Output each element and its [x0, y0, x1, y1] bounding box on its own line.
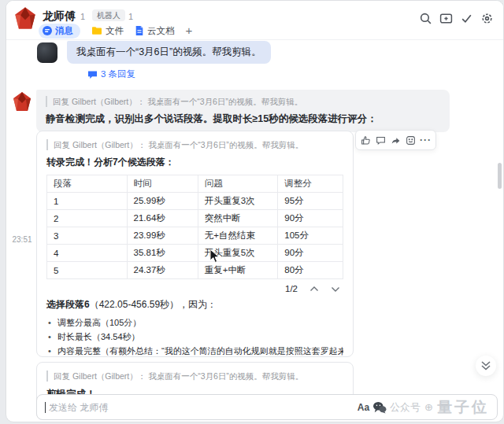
- reason-list: 调整分最高（105分） 时长最长（34.54秒） 内容最完整（有额外总结：“我的…: [46, 316, 343, 357]
- watermark-part2: 量子位: [437, 397, 489, 418]
- tab-messages-label: 消息: [55, 25, 73, 37]
- watermark-part1: 公众号: [390, 400, 421, 415]
- cell-issue: 无+自然结束: [198, 227, 278, 245]
- emoji-icon: [406, 135, 416, 146]
- forward-button[interactable]: [388, 132, 403, 148]
- col-segment: 段落: [47, 175, 128, 193]
- bot-badge: 机器人: [92, 9, 125, 21]
- detect-result-text: 静音检测完成，识别出多个说话段落。提取时长≥15秒的候选段落进行评分：: [46, 112, 440, 126]
- table-row: 4 35.81秒 开头重复5次 90分: [47, 245, 343, 262]
- reply-bubble-icon: [87, 70, 98, 79]
- col-score: 调整分: [278, 175, 343, 193]
- cell-segment: 5: [47, 262, 128, 279]
- col-issue: 问题: [198, 175, 278, 193]
- message-composer: Aa 公众号 ⊕ 量子位: [36, 394, 498, 420]
- table-row: 3 23.99秒 无+自然结束 105分: [47, 227, 343, 245]
- watermark-plus-icon: ⊕: [424, 401, 433, 413]
- cell-segment: 3: [47, 227, 128, 245]
- reply-button[interactable]: [373, 132, 388, 148]
- settings-gear-icon[interactable]: [480, 12, 494, 25]
- thread-replies-label: 3 条回复: [101, 68, 135, 80]
- bot-avatar[interactable]: [13, 6, 37, 30]
- analysis-card: 回复 Gilbert（Gilbert）： 我桌面有一个“3月6日”的视频。帮我剪…: [36, 131, 354, 357]
- thread-replies-link[interactable]: 3 条回复: [87, 68, 135, 80]
- tab-files-label: 文件: [106, 25, 124, 37]
- table-row: 1 25.99秒 开头重复3次 95分: [47, 193, 343, 210]
- reason-item: 时长最长（34.54秒）: [46, 330, 343, 343]
- doc-icon: [135, 25, 144, 36]
- table-row: 5 24.37秒 重复+中断 80分: [47, 262, 343, 279]
- chat-title: 龙师傅: [43, 9, 76, 24]
- chat-window: 龙师傅 1 机器人 1 消: [6, 0, 504, 422]
- add-tab-button[interactable]: +: [186, 24, 193, 38]
- bot-avatar[interactable]: [12, 91, 32, 112]
- tab-messages[interactable]: 消息: [39, 24, 80, 39]
- cell-issue: 开头重复5次: [198, 245, 278, 262]
- tab-files[interactable]: 文件: [91, 25, 124, 37]
- cell-score: 90分: [278, 210, 343, 227]
- user-avatar[interactable]: [37, 42, 57, 63]
- message-tab-icon: [43, 26, 52, 35]
- scrollbar-thumb[interactable]: [498, 163, 502, 189]
- member-count: 1: [80, 12, 85, 21]
- table-row: 2 21.64秒 突然中断 90分: [47, 210, 343, 227]
- reason-text: 内容最完整（有额外总结：“我的这个简洁的自动化规则就是按照这套罗起来的”）: [57, 346, 343, 356]
- cell-score: 90分: [278, 245, 343, 262]
- reason-item: 内容最完整（有额外总结：“我的这个简洁的自动化规则就是按照这套罗起来的”）: [46, 345, 343, 357]
- segments-table: 段落 时间 问题 调整分 1 25.99秒 开头重复3次 95分 2 21.64…: [46, 175, 343, 279]
- more-dots-icon: ···: [420, 136, 432, 144]
- page-up-icon[interactable]: [309, 286, 319, 293]
- cell-segment: 4: [47, 245, 128, 262]
- check-icon[interactable]: [460, 12, 473, 25]
- reason-item: 调整分最高（105分）: [46, 316, 343, 329]
- jump-to-latest-button[interactable]: [476, 356, 496, 376]
- more-actions-button[interactable]: ···: [418, 132, 433, 148]
- page-down-icon[interactable]: [331, 286, 340, 293]
- cell-segment: 2: [47, 210, 128, 227]
- cell-score: 95分: [278, 193, 343, 210]
- message-input[interactable]: [47, 401, 358, 414]
- watermark: 公众号 ⊕ 量子位: [390, 397, 489, 418]
- chat-tabs: 消息 文件 云文档 +: [39, 23, 192, 39]
- quoted-reply: 回复 Gilbert（Gilbert）： 我桌面有一个“3月6日”的视频。帮我剪…: [46, 139, 343, 150]
- text-format-icon[interactable]: Aa: [358, 402, 369, 413]
- cell-issue: 重复+中断: [198, 262, 278, 279]
- selection-detail: （422.05-456.59秒），因为：: [90, 299, 217, 310]
- cell-time: 35.81秒: [127, 245, 198, 262]
- forward-arrow-icon: [391, 135, 401, 146]
- cell-time: 23.99秒: [127, 227, 198, 245]
- message-timestamp: 23:51: [9, 235, 35, 244]
- comment-icon: [376, 135, 386, 146]
- cell-segment: 1: [47, 193, 128, 210]
- transcribe-intro: 转录完成！分析7个候选段落：: [46, 156, 343, 169]
- header-actions: [419, 12, 494, 25]
- emoji-reaction-button[interactable]: [403, 132, 418, 148]
- tab-docs[interactable]: 云文档: [135, 25, 175, 37]
- like-button[interactable]: [358, 132, 373, 148]
- text-caret: [45, 402, 46, 413]
- message-hover-toolbar: ···: [355, 130, 436, 150]
- bot-count: 1: [128, 12, 133, 21]
- chat-header: 龙师傅 1 机器人 1 消: [6, 1, 503, 40]
- selection-line: 选择段落6（422.05-456.59秒），因为：: [46, 298, 343, 312]
- bot-message-bubble: 回复 Gilbert（Gilbert）： 我桌面有一个“3月6日”的视频。帮我剪…: [36, 90, 450, 132]
- folder-icon: [91, 26, 102, 35]
- video-call-icon[interactable]: [439, 12, 453, 25]
- cell-score: 80分: [278, 262, 343, 279]
- quoted-reply: 回复 Gilbert（Gilbert）： 我桌面有一个“3月6日”的视频。帮我剪…: [46, 371, 343, 382]
- user-message-bubble: 我桌面有一个“3月6日”的视频。帮我剪辑。: [67, 41, 271, 64]
- search-icon[interactable]: [419, 12, 432, 25]
- cell-issue-hovered: 24.37秒: [127, 262, 198, 279]
- double-chevron-down-icon: [480, 360, 491, 371]
- cell-score: 105分: [278, 227, 343, 245]
- table-header-row: 段落 时间 问题 调整分: [47, 175, 343, 193]
- cell-time: 25.99秒: [127, 193, 198, 210]
- reason-text: 调整分最高（105分）: [57, 318, 141, 327]
- quoted-reply: 回复 Gilbert（Gilbert）： 我桌面有一个“3月6日”的视频。帮我剪…: [46, 96, 440, 107]
- thumbs-up-icon: [361, 135, 371, 146]
- reason-text: 时长最长（34.54秒）: [57, 332, 140, 341]
- cell-time: 21.64秒: [127, 210, 198, 227]
- cell-issue: 突然中断: [198, 210, 278, 227]
- tab-docs-label: 云文档: [147, 25, 175, 37]
- table-pagination: 1/2: [46, 279, 343, 297]
